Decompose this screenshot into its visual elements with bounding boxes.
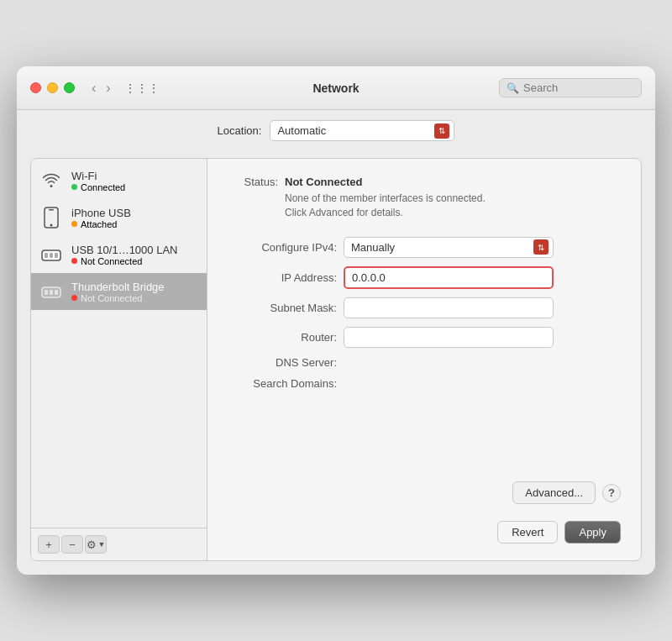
advanced-button[interactable]: Advanced...: [512, 481, 596, 504]
svg-rect-8: [45, 290, 48, 295]
sidebar-item-iphone-usb[interactable]: iPhone USB Attached: [31, 199, 207, 236]
location-bar: Location: Automatic ⇅: [30, 110, 642, 148]
sidebar-item-wifi[interactable]: Wi-Fi Connected: [31, 162, 207, 199]
sidebar-item-name-thunderbolt: Thunderbolt Bridge: [71, 281, 165, 293]
sidebar-item-status-thunderbolt: Not Connected: [71, 293, 165, 303]
grid-icon: ⋮⋮⋮: [124, 81, 160, 95]
sidebar-item-info-wifi: Wi-Fi Connected: [71, 170, 125, 192]
status-dot-thunderbolt: [71, 295, 77, 301]
network-window: ‹ › ⋮⋮⋮ Network 🔍 Location: Automatic ⇅: [17, 66, 655, 575]
ip-address-input[interactable]: [344, 266, 554, 289]
detail-panel: Status: Not Connected None of the member…: [207, 159, 641, 560]
sidebar: Wi-Fi Connected: [31, 159, 207, 560]
revert-button[interactable]: Revert: [497, 521, 558, 544]
sidebar-item-name-usb-lan: USB 10/1…1000 LAN: [71, 244, 177, 256]
svg-rect-10: [55, 290, 58, 295]
status-row: Status: Not Connected: [228, 176, 621, 188]
sidebar-list: Wi-Fi Connected: [31, 159, 207, 528]
ip-address-row: IP Address:: [228, 266, 621, 289]
wifi-icon: [39, 169, 63, 192]
router-label: Router:: [228, 331, 337, 344]
sidebar-item-info-usb-lan: USB 10/1…1000 LAN Not Connected: [71, 244, 177, 266]
location-label: Location:: [218, 124, 262, 137]
help-button[interactable]: ?: [602, 484, 621, 502]
add-network-button[interactable]: +: [38, 535, 60, 554]
configure-label: Configure IPv4:: [228, 241, 337, 254]
gear-button[interactable]: ⚙ ▼: [85, 535, 107, 554]
form-section: Configure IPv4: Manually ⇅ IP Address:: [228, 237, 621, 390]
sidebar-item-thunderbolt[interactable]: Thunderbolt Bridge Not Connected: [31, 273, 207, 310]
thunderbolt-icon: [39, 280, 63, 303]
svg-rect-9: [50, 290, 53, 295]
subnet-label: Subnet Mask:: [228, 302, 337, 314]
status-dot-iphone: [71, 221, 77, 227]
close-button[interactable]: [30, 82, 41, 93]
status-value: Not Connected: [285, 176, 362, 188]
configure-select-wrapper: Manually ⇅: [344, 237, 554, 258]
gear-icon: ⚙: [87, 539, 97, 551]
configure-ipv4-row: Configure IPv4: Manually ⇅: [228, 237, 621, 258]
window-title: Network: [312, 81, 359, 95]
subnet-mask-row: Subnet Mask:: [228, 297, 621, 318]
svg-rect-5: [50, 253, 53, 258]
titlebar: ‹ › ⋮⋮⋮ Network 🔍: [17, 66, 655, 110]
gear-chevron-icon: ▼: [98, 540, 106, 549]
router-row: Router:: [228, 327, 621, 348]
svg-point-2: [50, 224, 53, 227]
configure-ipv4-select[interactable]: Manually: [344, 237, 554, 258]
maximize-button[interactable]: [64, 82, 75, 93]
svg-rect-1: [49, 209, 54, 211]
search-input[interactable]: [523, 81, 634, 94]
status-description: None of the member interfaces is connect…: [285, 192, 621, 220]
status-key: Status:: [228, 176, 278, 188]
main-panel: Wi-Fi Connected: [30, 158, 642, 561]
status-section: Status: Not Connected None of the member…: [228, 176, 621, 220]
sidebar-item-status-usb-lan: Not Connected: [71, 256, 177, 266]
location-select[interactable]: Automatic: [270, 120, 454, 141]
nav-buttons: ‹ ›: [88, 80, 114, 97]
svg-rect-6: [55, 253, 58, 258]
location-select-wrapper: Automatic ⇅: [270, 120, 454, 141]
minimize-button[interactable]: [47, 82, 58, 93]
advanced-section: Advanced... ?: [228, 481, 621, 504]
search-domains-label: Search Domains:: [228, 377, 337, 390]
remove-network-button[interactable]: −: [61, 535, 83, 554]
phone-icon: [39, 206, 63, 229]
router-input[interactable]: [344, 327, 554, 348]
status-dot-usb-lan: [71, 258, 77, 264]
ip-label: IP Address:: [228, 271, 337, 284]
content-area: Location: Automatic ⇅: [17, 110, 655, 575]
search-icon: 🔍: [507, 82, 519, 94]
usb-lan-icon: [39, 243, 63, 266]
sidebar-item-info-thunderbolt: Thunderbolt Bridge Not Connected: [71, 281, 165, 303]
forward-button[interactable]: ›: [102, 80, 113, 97]
sidebar-item-info-iphone: iPhone USB Attached: [71, 207, 131, 229]
sidebar-item-usb-lan[interactable]: USB 10/1…1000 LAN Not Connected: [31, 236, 207, 273]
subnet-mask-input[interactable]: [344, 297, 554, 318]
sidebar-item-name-wifi: Wi-Fi: [71, 170, 125, 182]
sidebar-item-status-wifi: Connected: [71, 182, 125, 192]
back-button[interactable]: ‹: [88, 80, 99, 97]
bottom-buttons: Revert Apply: [228, 511, 621, 544]
sidebar-bottom: + − ⚙ ▼: [31, 528, 207, 560]
apply-button[interactable]: Apply: [564, 521, 621, 544]
search-bar: 🔍: [499, 78, 642, 97]
sidebar-item-status-iphone: Attached: [71, 219, 131, 229]
dns-row: DNS Server:: [228, 356, 621, 369]
search-domains-row: Search Domains:: [228, 377, 621, 390]
traffic-lights: [30, 82, 75, 93]
svg-rect-4: [45, 253, 48, 258]
dns-label: DNS Server:: [228, 356, 337, 369]
sidebar-item-name-iphone: iPhone USB: [71, 207, 131, 219]
status-dot-wifi: [71, 184, 77, 190]
